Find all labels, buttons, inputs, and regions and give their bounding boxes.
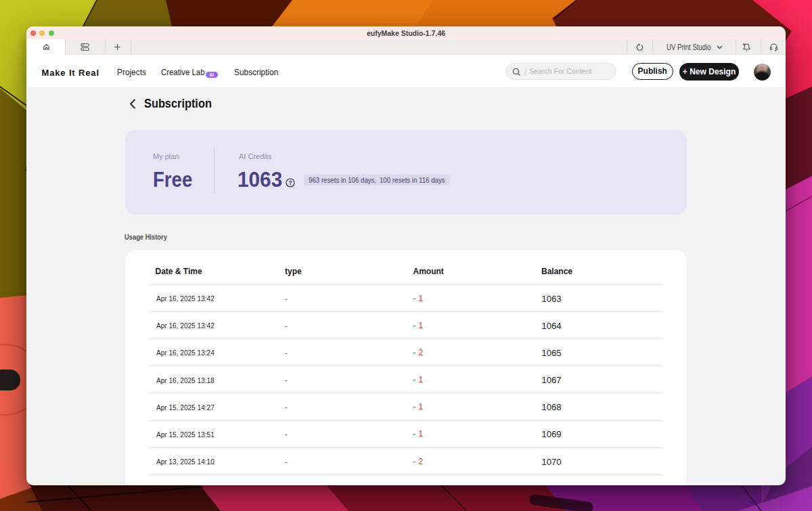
svg-text:?: ? [288,179,292,186]
